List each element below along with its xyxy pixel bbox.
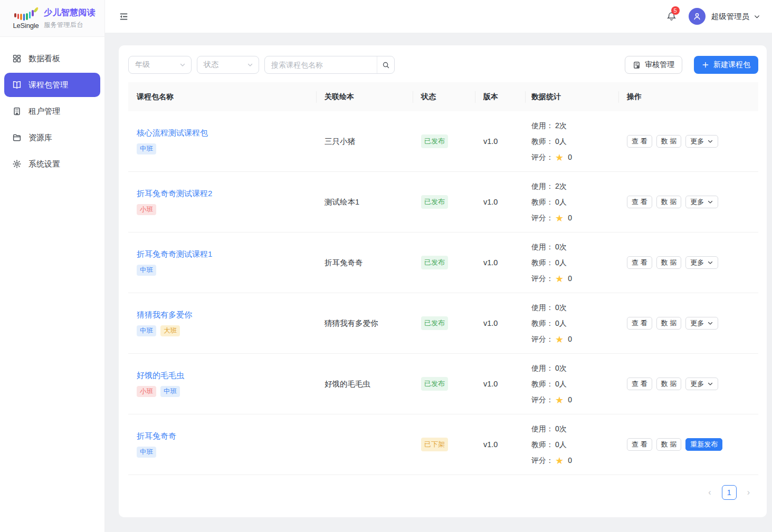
chevron-down-icon[interactable] [754,13,760,20]
actions-cell: 查 看数 据重新发布 [618,438,758,451]
view-button[interactable]: 查 看 [627,135,652,148]
republish-button[interactable]: 重新发布 [685,438,722,451]
status-cell: 已发布 [413,316,475,330]
actions-cell: 查 看数 据更多 [618,378,758,390]
stat-label: 使用： [531,182,554,190]
stat-label: 教师： [531,137,554,146]
stat-line: 使用：0次 [531,360,613,376]
pagination: ‹ 1 › [128,475,758,510]
sidebar-item-label: 系统设置 [28,159,60,169]
sidebar-item-settings[interactable]: 系统设置 [4,152,100,176]
package-name-link[interactable]: 折耳兔奇奇测试课程1 [137,249,308,259]
stat-line: 使用：0次 [531,421,613,437]
more-button[interactable]: 更多 [685,256,718,269]
status-badge: 已发布 [421,377,448,391]
more-button-label: 更多 [690,137,704,146]
sidebar: LeSingle 少儿智慧阅读 服务管理后台 数据看板课程包管理租户管理资源库系… [0,0,105,532]
chevron-down-icon [707,381,713,387]
audit-manage-button[interactable]: 审核管理 [625,56,682,74]
stat-label: 使用： [531,303,554,312]
view-button[interactable]: 查 看 [627,256,652,269]
data-button[interactable]: 数 据 [656,196,682,208]
chevron-down-icon [707,259,713,266]
status-select[interactable]: 状态 [197,56,259,74]
package-name-link[interactable]: 折耳兔奇奇 [137,431,308,441]
stat-label: 评分： [531,335,554,343]
sidebar-item-dashboard[interactable]: 数据看板 [4,46,100,71]
stat-line: 评分：★0 [531,270,613,287]
avatar[interactable] [689,8,706,25]
version-cell: v1.0 [475,440,525,449]
package-name-cell: 折耳兔奇奇测试课程2小班 [128,189,316,216]
grade-tag: 小班 [137,204,156,216]
menu-fold-icon[interactable] [119,12,129,22]
package-name-link[interactable]: 好饿的毛毛虫 [137,371,308,381]
create-package-label: 新建课程包 [713,60,750,70]
more-button[interactable]: 更多 [685,135,718,148]
grade-tag: 中班 [137,447,156,458]
notification-bell[interactable]: 5 [666,11,676,22]
view-button[interactable]: 查 看 [627,196,652,208]
search-button[interactable] [377,56,394,73]
sidebar-item-resources[interactable]: 资源库 [4,125,100,150]
course-package-table: 课程包名称 关联绘本 状态 版本 数据统计 操作 核心流程测试课程包中班三只小猪… [128,82,758,475]
logo-area: LeSingle 少儿智慧阅读 服务管理后台 [0,0,104,37]
sidebar-item-course-packages[interactable]: 课程包管理 [4,73,100,97]
related-book-cell: 好饿的毛毛虫 [316,379,413,389]
package-name-link[interactable]: 猜猜我有多爱你 [137,310,308,320]
status-cell: 已发布 [413,195,475,209]
grade-tags: 中班 [137,265,308,276]
package-name-link[interactable]: 核心流程测试课程包 [137,128,308,138]
pagination-prev-icon[interactable]: ‹ [708,488,711,497]
username[interactable]: 超级管理员 [711,12,750,22]
star-icon: ★ [555,395,564,405]
chevron-down-icon [707,320,713,326]
view-button-label: 查 看 [632,379,647,389]
search-input[interactable] [265,61,377,69]
stat-value: 0 [568,395,572,404]
sidebar-item-label: 课程包管理 [28,80,68,90]
data-button[interactable]: 数 据 [656,256,682,269]
stat-label: 评分： [531,214,554,222]
stat-label: 教师： [531,440,554,449]
data-button[interactable]: 数 据 [656,438,682,451]
grade-select[interactable]: 年级 [128,56,192,74]
data-button[interactable]: 数 据 [656,378,682,390]
filter-bar: 年级 状态 [128,56,758,74]
actions-cell: 查 看数 据更多 [618,317,758,330]
table-row: 折耳兔奇奇中班已下架v1.0使用：0次教师：0人评分：★0查 看数 据重新发布 [128,414,758,475]
version-cell: v1.0 [475,380,525,388]
create-package-button[interactable]: 新建课程包 [694,56,758,74]
user-icon [692,12,702,21]
stat-value: 0人 [555,319,567,327]
more-button[interactable]: 更多 [685,196,718,208]
view-button-label: 查 看 [632,197,647,207]
content-area: 年级 状态 [105,33,772,532]
table-header: 课程包名称 关联绘本 状态 版本 数据统计 操作 [128,82,758,111]
more-button[interactable]: 更多 [685,378,718,390]
package-name-link[interactable]: 折耳兔奇奇测试课程2 [137,189,308,199]
pagination-next-icon[interactable]: › [747,488,750,497]
column-header-book: 关联绘本 [316,82,413,111]
grade-tags: 中班 [137,143,308,155]
sidebar-item-tenants[interactable]: 租户管理 [4,99,100,123]
status-badge: 已发布 [421,134,448,148]
table-row: 折耳兔奇奇测试课程1中班折耳兔奇奇已发布v1.0使用：0次教师：0人评分：★0查… [128,233,758,293]
search-box [264,56,395,74]
column-header-version: 版本 [475,82,525,111]
view-button[interactable]: 查 看 [627,438,652,451]
view-button[interactable]: 查 看 [627,378,652,390]
grade-tags: 中班 [137,447,308,458]
related-book-cell: 猜猜我有多爱你 [316,318,413,328]
grade-tag: 中班 [137,265,156,276]
more-button[interactable]: 更多 [685,317,718,330]
data-button[interactable]: 数 据 [656,135,682,148]
view-button[interactable]: 查 看 [627,317,652,330]
grade-tags: 小班 [137,204,308,216]
data-button[interactable]: 数 据 [656,317,682,330]
data-button-label: 数 据 [661,258,677,267]
table-row: 核心流程测试课程包中班三只小猪已发布v1.0使用：2次教师：0人评分：★0查 看… [128,111,758,172]
sidebar-menu: 数据看板课程包管理租户管理资源库系统设置 [0,37,104,188]
pagination-page-1[interactable]: 1 [722,485,737,500]
gear-icon [12,159,22,169]
